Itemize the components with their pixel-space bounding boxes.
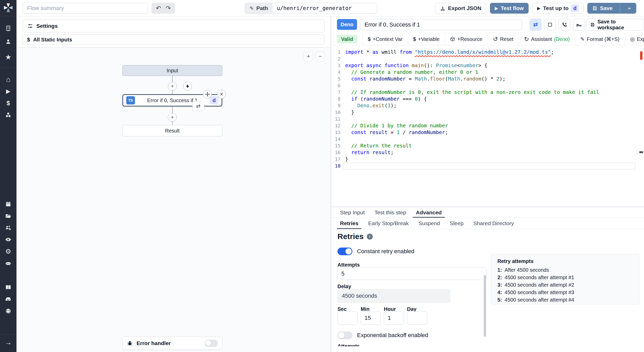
sidebar-item-user[interactable] (0, 36, 16, 48)
sidebar-item-audit[interactable] (0, 234, 16, 245)
layout-toggle-button[interactable] (544, 19, 556, 31)
attempts-input[interactable] (337, 268, 487, 280)
windmill-logo-icon[interactable] (3, 3, 13, 13)
sidebar-item-resources[interactable] (0, 109, 16, 121)
zoom-in-button[interactable]: + (304, 52, 313, 61)
insert-step-button[interactable]: + (168, 113, 177, 122)
sec-input[interactable] (337, 311, 358, 325)
sleep-button[interactable] (573, 19, 585, 31)
sidebar-item-folders[interactable] (0, 210, 16, 222)
flow-node-input[interactable]: Input (122, 65, 222, 76)
code-line[interactable]: 10 } (331, 109, 644, 116)
error-handler-toggle[interactable] (205, 340, 218, 347)
sync-toggle-button[interactable]: ⇄ (530, 19, 541, 31)
restart-step-button[interactable]: ⇄ (192, 101, 204, 111)
format-button[interactable]: ✎ Format (⌘+S) (575, 36, 625, 42)
redo-icon[interactable]: ↷ (166, 5, 171, 11)
flow-node-step[interactable]: TS Error if 0, Success if 1 d × ⇄ (122, 94, 222, 107)
code-line[interactable]: 15 // Return the result (331, 143, 644, 149)
path-widget[interactable]: ✎ Path u/henri/error_generator (245, 3, 377, 14)
constant-retry-toggle[interactable] (337, 248, 352, 255)
retry-attempt-item: 3:4500 seconds after attempt #2 (497, 281, 633, 289)
code-line[interactable]: 17} (331, 156, 644, 163)
subtab-retries[interactable]: Retries (337, 218, 361, 229)
sidebar-item-workspace[interactable] (0, 22, 16, 34)
all-static-inputs-button[interactable]: $ All Static Inputs (23, 34, 325, 45)
test-up-to-button[interactable]: ▶ Test up to d (532, 3, 584, 14)
flow-settings-label: Settings (36, 23, 58, 29)
sidebar-item-settings[interactable]: ⚙ (0, 245, 16, 257)
tab-test-this-step[interactable]: Test this step (371, 207, 409, 217)
info-icon[interactable]: i (367, 234, 373, 240)
line-number: 9 (331, 102, 341, 109)
add-context-var-button[interactable]: $ +Context Var (363, 36, 408, 42)
code-line[interactable]: 5 const randomNumber = Math.floor(Math.r… (331, 76, 644, 82)
flow-settings-button[interactable]: Settings (23, 20, 325, 32)
undo-redo-group: ↶ ↷ (151, 3, 175, 14)
add-resource-button[interactable]: +Resource (445, 36, 487, 42)
undo-icon[interactable]: ↶ (156, 5, 161, 11)
reset-button[interactable]: ↺ Reset (488, 36, 519, 43)
code-editor[interactable]: 1import * as wmill from "https://deno.la… (331, 45, 644, 206)
sidebar-item-schedules[interactable] (0, 198, 16, 210)
code-line[interactable]: 7 // If randomNumber is 0, exit the scri… (331, 89, 644, 96)
sidebar-item-runs[interactable]: ▶ (0, 85, 16, 97)
code-line[interactable]: 2 (331, 56, 644, 62)
tab-step-input[interactable]: Step Input (337, 207, 368, 217)
day-input[interactable] (407, 311, 427, 325)
insert-step-button[interactable]: + (168, 82, 177, 91)
sidebar-item-home[interactable]: ⌂ (0, 74, 16, 85)
code-line[interactable]: 14 (331, 136, 644, 143)
explore-scripts-button[interactable]: ◎ Explore other s (625, 36, 644, 42)
move-step-button[interactable] (203, 90, 212, 99)
code-line[interactable]: 12 // Divide 1 by the random number (331, 122, 644, 129)
sidebar-item-discord[interactable] (0, 293, 16, 305)
add-variable-button[interactable]: $ +Variable (408, 36, 445, 42)
code-line[interactable]: 8 if (randomNumber === 0) { (331, 96, 644, 102)
min-input[interactable] (361, 311, 381, 325)
path-value: u/henri/error_generator (273, 3, 356, 13)
code-line[interactable]: 6 (331, 82, 644, 89)
save-dropdown-button[interactable] (623, 6, 636, 11)
gear-icon: ⚙ (5, 248, 11, 256)
test-flow-button[interactable]: ▶ Test flow (490, 3, 529, 14)
subtab-suspend[interactable]: Suspend (416, 218, 443, 229)
content-scrollbar[interactable] (484, 275, 486, 337)
code-line[interactable]: 18 (331, 163, 644, 169)
error-handler-bar[interactable]: Error handler (122, 337, 222, 350)
code-line[interactable]: 1import * as wmill from "https://deno.la… (331, 49, 644, 56)
sidebar-item-favorites[interactable]: ★ (0, 51, 16, 63)
flow-node-result[interactable]: Result (122, 125, 222, 136)
code-line[interactable]: 3export async function main(): Promise<n… (331, 62, 644, 69)
exponential-backoff-toggle[interactable] (337, 331, 352, 339)
sliders-icon (27, 23, 33, 29)
sidebar-item-variables[interactable]: $ (0, 97, 16, 109)
save-to-workspace-button[interactable]: Save to workspace (586, 19, 644, 31)
sidebar-item-github[interactable] (0, 305, 16, 317)
flow-summary-input[interactable] (23, 3, 148, 14)
webhook-button[interactable] (558, 19, 570, 31)
assistant-button[interactable]: ↻ Assistant (Deno) (519, 36, 575, 43)
subtab-sleep[interactable]: Sleep (447, 218, 467, 229)
subtab-shared-directory[interactable]: Shared Directory (470, 218, 517, 229)
tab-advanced[interactable]: Advanced (413, 207, 445, 217)
export-json-button[interactable]: Export JSON (435, 3, 486, 14)
code-line[interactable]: 11 (331, 116, 644, 122)
hour-input[interactable] (384, 311, 404, 325)
sidebar-item-groups[interactable] (0, 222, 16, 234)
sidebar-collapse-button[interactable]: → (0, 337, 16, 348)
save-button[interactable]: Save (588, 5, 617, 11)
code-line[interactable]: 16 return result; (331, 149, 644, 156)
code-line[interactable]: 13 const result = 1 / randomNumber; (331, 129, 644, 136)
trigger-button[interactable] (183, 82, 192, 91)
subtab-early-stop[interactable]: Early Stop/Break (365, 218, 412, 229)
code-line[interactable]: 9 Deno.exit(1); (331, 102, 644, 109)
sidebar-item-docs[interactable] (0, 281, 16, 293)
step-id-badge: d (210, 96, 218, 104)
flow-canvas[interactable]: + − Input + (16, 47, 331, 352)
sidebar-item-ai[interactable] (0, 257, 16, 269)
step-name-input[interactable] (360, 19, 522, 30)
zoom-out-button[interactable]: − (316, 52, 325, 61)
delete-step-button[interactable]: × (217, 90, 226, 99)
code-line[interactable]: 4 // Generate a random number, either 0 … (331, 69, 644, 76)
